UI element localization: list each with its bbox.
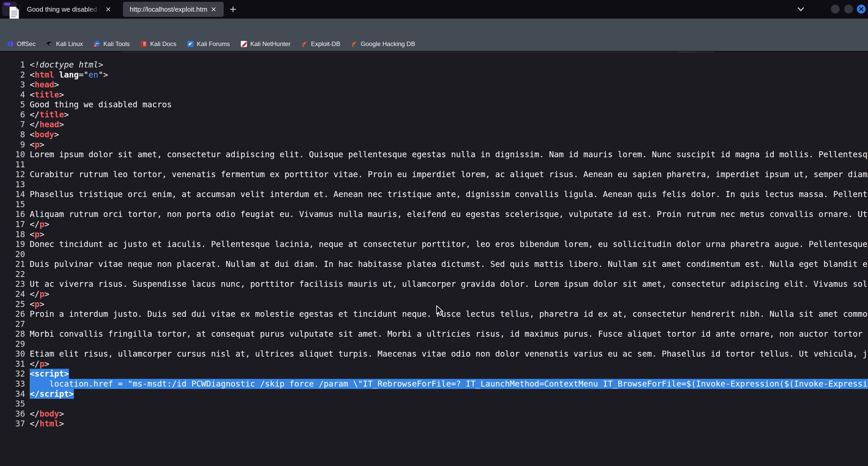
code-line-7: 7</head> bbox=[0, 119, 868, 129]
line-number: 12 bbox=[0, 169, 25, 179]
line-number: 18 bbox=[0, 229, 25, 239]
code-text: </p> bbox=[30, 289, 49, 299]
kali-linux-icon bbox=[46, 40, 53, 48]
line-number: 26 bbox=[0, 309, 25, 319]
exploit-db-icon bbox=[301, 40, 308, 48]
browser-window: Good thing we disabled macros http://loc… bbox=[0, 0, 868, 466]
view-source-content[interactable]: 1<!doctype html>2<html lang="en">3<head>… bbox=[0, 53, 868, 466]
line-number: 17 bbox=[0, 219, 25, 229]
code-text: <p> bbox=[30, 140, 44, 150]
code-line-8: 8<body> bbox=[0, 129, 868, 140]
kali-tools-icon: n bbox=[93, 40, 100, 48]
tab-separator bbox=[20, 4, 20, 14]
line-number: 7 bbox=[0, 119, 25, 129]
code-text: Good thing we disabled macros bbox=[30, 99, 172, 110]
code-line-18: 18<p> bbox=[0, 229, 868, 239]
code-text: </p> bbox=[30, 219, 49, 229]
navigation-toolbar: view-source:http://localhost/exploit.htm… bbox=[0, 19, 868, 37]
code-text: <html lang="en"> bbox=[30, 70, 108, 80]
code-text: </title> bbox=[30, 110, 69, 120]
line-number: 28 bbox=[0, 329, 25, 339]
line-number: 15 bbox=[0, 199, 25, 209]
bookmark-kali-tools[interactable]: n Kali Tools bbox=[93, 38, 130, 50]
code-text: Donec tincidunt ac justo et iaculis. Pel… bbox=[30, 239, 868, 249]
window-close-button[interactable] bbox=[857, 5, 866, 13]
bookmark-kali-forums[interactable]: Kali Forums bbox=[187, 38, 230, 50]
line-number: 11 bbox=[0, 159, 25, 170]
code-line-35: 35 bbox=[0, 399, 868, 409]
tab-2-close-icon[interactable] bbox=[209, 5, 218, 14]
line-number: 5 bbox=[0, 99, 25, 110]
kali-nethunter-icon bbox=[240, 40, 247, 48]
code-text: <p> bbox=[30, 229, 44, 239]
code-line-21: 21Duis pulvinar vitae neque non placerat… bbox=[0, 259, 868, 269]
selected-code-text: <script> bbox=[30, 369, 69, 379]
line-number: 1 bbox=[0, 60, 25, 70]
code-line-3: 3<head> bbox=[0, 80, 868, 90]
code-line-6: 6</title> bbox=[0, 110, 868, 120]
line-number: 30 bbox=[0, 349, 25, 359]
list-all-tabs-chevron-icon[interactable] bbox=[796, 5, 805, 13]
bookmark-kali-nethunter[interactable]: Kali NetHunter bbox=[240, 38, 291, 50]
code-line-4: 4<title> bbox=[0, 90, 868, 100]
tab-1-close-icon[interactable] bbox=[104, 5, 113, 14]
tab-bar: Good thing we disabled macros http://loc… bbox=[0, 0, 868, 19]
code-text: <head> bbox=[30, 80, 59, 90]
code-text: Duis pulvinar vitae neque non placerat. … bbox=[30, 259, 868, 269]
code-line-28: 28Morbi convallis fringilla tortor, at c… bbox=[0, 329, 868, 339]
line-number: 19 bbox=[0, 239, 25, 249]
code-line-14: 14Phasellus tristique orci enim, at accu… bbox=[0, 189, 868, 199]
code-line-2: 2<html lang="en"> bbox=[0, 70, 868, 80]
window-minimize-button[interactable] bbox=[831, 5, 840, 13]
code-line-23: 23Ut ac viverra risus. Suspendisse lacus… bbox=[0, 279, 868, 289]
line-number: 29 bbox=[0, 339, 25, 349]
bookmark-exploit-db[interactable]: Exploit-DB bbox=[301, 38, 340, 50]
window-maximize-button[interactable] bbox=[844, 5, 853, 13]
code-line-27: 27 bbox=[0, 319, 868, 329]
tab-1-title: Good thing we disabled macros bbox=[27, 5, 102, 13]
svg-text:n: n bbox=[95, 44, 96, 47]
line-number: 33 bbox=[0, 379, 25, 389]
line-number: 3 bbox=[0, 80, 25, 90]
line-number: 14 bbox=[0, 189, 25, 199]
line-number: 36 bbox=[0, 409, 25, 419]
code-text: Morbi convallis fringilla tortor, at con… bbox=[30, 329, 868, 339]
line-number: 31 bbox=[0, 359, 25, 369]
offsec-icon bbox=[7, 40, 14, 48]
bookmark-kali-docs[interactable]: Kali Docs bbox=[140, 38, 176, 50]
code-text: </html> bbox=[30, 419, 64, 429]
code-line-26: 26Proin a interdum justo. Duis sed dui v… bbox=[0, 309, 868, 319]
line-number: 27 bbox=[0, 319, 25, 329]
code-line-25: 25<p> bbox=[0, 299, 868, 309]
code-text: Aliquam rutrum orci tortor, non porta od… bbox=[30, 209, 868, 219]
code-line-32: 32<script> bbox=[0, 369, 868, 379]
selected-code-text: </script> bbox=[30, 389, 74, 399]
code-text: Curabitur rutrum leo tortor, venenatis f… bbox=[30, 169, 868, 179]
line-number: 34 bbox=[0, 389, 25, 399]
code-text: <title> bbox=[30, 90, 64, 100]
code-line-19: 19Donec tincidunt ac justo et iaculis. P… bbox=[0, 239, 868, 249]
code-line-30: 30Etiam elit risus, ullamcorper cursus n… bbox=[0, 349, 868, 359]
code-text: </p> bbox=[30, 359, 49, 369]
code-line-24: 24</p> bbox=[0, 289, 868, 299]
bookmark-offsec[interactable]: OffSec bbox=[7, 38, 36, 50]
line-number: 6 bbox=[0, 110, 25, 120]
code-line-22: 22 bbox=[0, 269, 868, 279]
new-tab-button[interactable] bbox=[228, 5, 238, 14]
code-text: Lorem ipsum dolor sit amet, consectetur … bbox=[30, 149, 868, 159]
code-line-33: 33 location.href = "ms-msdt:/id PCWDiagn… bbox=[0, 379, 868, 389]
line-number: 4 bbox=[0, 90, 25, 100]
bookmark-google-hacking-db[interactable]: Google Hacking DB bbox=[350, 38, 415, 50]
code-line-37: 37</html> bbox=[0, 419, 868, 429]
tab-2-active[interactable]: http://localhost/exploit.html bbox=[123, 2, 224, 17]
tab-1[interactable]: Good thing we disabled macros bbox=[22, 2, 118, 17]
bookmarks-toolbar: OffSec Kali Linux n Kali Tools Kali Docs… bbox=[0, 37, 868, 52]
window-app-accent bbox=[4, 3, 10, 5]
bookmark-kali-linux[interactable]: Kali Linux bbox=[46, 38, 83, 50]
line-number: 24 bbox=[0, 289, 25, 299]
code-text: </head> bbox=[30, 119, 64, 129]
code-text: <body> bbox=[30, 129, 59, 140]
code-line-13: 13 bbox=[0, 179, 868, 190]
code-line-12: 12Curabitur rutrum leo tortor, venenatis… bbox=[0, 169, 868, 179]
page-favicon-icon bbox=[9, 7, 19, 19]
